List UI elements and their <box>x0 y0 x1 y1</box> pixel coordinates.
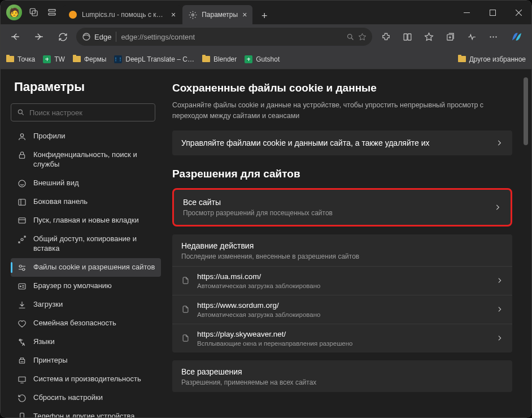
search-settings-input[interactable] <box>11 103 155 121</box>
sidebar-item-label: Конфиденциальность, поиск и службы <box>33 150 155 169</box>
svg-line-11 <box>351 38 353 40</box>
settings-main: Сохраненные файлы cookie и данные Сохран… <box>164 69 531 417</box>
sidebar-item[interactable]: Языки <box>11 333 161 351</box>
nav-icon <box>18 301 27 310</box>
manage-cookies-row[interactable]: Управляйте файлами cookie и данными сайт… <box>172 130 512 155</box>
favorite-icon[interactable] <box>358 33 367 41</box>
scrollbar[interactable] <box>524 77 528 145</box>
bookmark-item[interactable]: ⋮⋮DeepL Translate – C… <box>114 55 194 63</box>
site-status: Всплывающие окна и перенаправления разре… <box>197 340 489 347</box>
sheet-icon <box>43 55 51 63</box>
svg-line-21 <box>21 113 23 115</box>
sidebar-item[interactable]: Общий доступ, копирование и вставка <box>11 230 161 258</box>
collections-icon[interactable] <box>440 27 460 47</box>
nav-icon <box>18 394 27 403</box>
new-tab-button[interactable]: + <box>256 7 273 24</box>
chevron-right-icon <box>496 306 503 313</box>
svg-point-19 <box>495 36 496 37</box>
address-url: edge://settings/content <box>121 33 342 41</box>
refresh-button[interactable] <box>53 27 73 47</box>
tab-settings[interactable]: Параметры × <box>182 5 252 24</box>
svg-point-4 <box>191 14 194 16</box>
nav-icon <box>18 216 27 225</box>
close-icon[interactable]: × <box>242 10 247 19</box>
nav-icon <box>18 338 27 347</box>
minimize-button[interactable] <box>453 2 479 23</box>
sidebar-item-label: Загрузки <box>33 300 63 310</box>
nav-icon <box>18 412 27 417</box>
copilot-button[interactable] <box>507 27 527 47</box>
workspaces-icon[interactable] <box>28 6 40 19</box>
bookmarks-bar: Точка TW Фермы ⋮⋮DeepL Translate – C… Bl… <box>1 49 531 69</box>
settings-sidebar: Параметры ПрофилиКонфиденциальность, пои… <box>1 69 164 417</box>
content-area: Параметры ПрофилиКонфиденциальность, пои… <box>1 69 531 417</box>
svg-rect-13 <box>408 33 411 40</box>
nav-icon <box>18 319 27 328</box>
sidebar-item-label: Языки <box>33 337 55 347</box>
sidebar-item[interactable]: Сбросить настройки <box>11 389 161 407</box>
tabs-strip: Lumpics.ru - помощь с компьют × Параметр… <box>63 1 273 24</box>
recent-site-row[interactable]: https://ua.msi.com/Автоматическая загруз… <box>172 266 512 295</box>
sidebar-item[interactable]: Принтеры <box>11 351 161 370</box>
tab-actions-icon[interactable] <box>46 6 58 19</box>
site-url: https://play.skyweaver.net/ <box>197 330 489 338</box>
sidebar-item[interactable]: Боковая панель <box>11 193 161 211</box>
bookmark-item[interactable]: Точка <box>6 55 35 63</box>
svg-rect-41 <box>19 377 25 381</box>
recent-site-row[interactable]: https://www.sordum.org/Автоматическая за… <box>172 295 512 324</box>
all-sites-row[interactable]: Все сайты Просмотр разрешений для посеще… <box>172 188 512 227</box>
sidebar-item[interactable]: Конфиденциальность, поиск и службы <box>11 146 161 174</box>
nav-icon <box>18 235 27 244</box>
split-screen-icon[interactable] <box>397 27 417 47</box>
folder-icon <box>73 56 81 62</box>
svg-point-20 <box>18 110 22 114</box>
profile-avatar[interactable]: 🧑 <box>6 5 22 20</box>
sidebar-item[interactable]: Система и производительность <box>11 370 161 389</box>
back-button[interactable] <box>5 27 25 47</box>
extensions-icon[interactable] <box>376 27 396 47</box>
sidebar-item-label: Боковая панель <box>33 197 88 207</box>
svg-point-37 <box>20 286 21 287</box>
sidebar-item[interactable]: Браузер по умолчанию <box>11 277 161 295</box>
site-url: https://ua.msi.com/ <box>197 272 489 281</box>
svg-rect-43 <box>20 413 24 417</box>
svg-rect-40 <box>19 359 24 363</box>
sidebar-title: Параметры <box>11 80 161 94</box>
sidebar-item[interactable]: Внешний вид <box>11 174 161 193</box>
address-bar[interactable]: Edge edge://settings/content <box>76 28 372 46</box>
nav-icon <box>18 132 27 141</box>
tab-lumpics[interactable]: Lumpics.ru - помощь с компьют × <box>63 5 181 24</box>
forward-button[interactable] <box>29 27 49 47</box>
other-bookmarks[interactable]: Другое избранное <box>458 55 526 63</box>
nav-icon <box>18 282 27 291</box>
group-title: Все разрешения <box>181 367 503 376</box>
sidebar-item[interactable]: Пуск, главная и новые вкладки <box>11 211 161 230</box>
bookmark-item[interactable]: TW <box>43 55 65 63</box>
search-field[interactable] <box>29 108 149 117</box>
group-title: Недавние действия <box>181 241 503 250</box>
search-in-page-icon[interactable] <box>346 33 355 41</box>
site-url: https://www.sordum.org/ <box>197 301 489 310</box>
row-title: Все сайты <box>183 198 494 207</box>
page-icon <box>181 334 190 343</box>
sidebar-item[interactable]: Файлы cookie и разрешения сайтов <box>11 258 161 277</box>
sidebar-item-label: Сбросить настройки <box>33 393 103 403</box>
bookmark-item[interactable]: Фермы <box>73 55 106 63</box>
performance-icon[interactable] <box>461 27 482 47</box>
section-title: Разрешения для сайтов <box>172 168 512 180</box>
sidebar-item[interactable]: Телефон и другие устройства <box>11 407 161 417</box>
menu-icon[interactable] <box>483 27 503 47</box>
svg-point-18 <box>492 36 494 37</box>
maximize-button[interactable] <box>479 2 505 23</box>
close-icon[interactable]: × <box>171 10 176 19</box>
close-window-button[interactable] <box>505 2 531 23</box>
sidebar-item[interactable]: Профили <box>11 127 161 146</box>
favorites-icon[interactable] <box>418 27 439 47</box>
sidebar-item[interactable]: Загрузки <box>11 295 161 314</box>
chevron-right-icon <box>495 139 503 147</box>
favicon-icon <box>68 10 77 19</box>
sidebar-item[interactable]: Семейная безопасность <box>11 314 161 333</box>
recent-site-row[interactable]: https://play.skyweaver.net/Всплывающие о… <box>172 324 512 352</box>
bookmark-item[interactable]: Blender <box>202 55 237 63</box>
bookmark-item[interactable]: Gutshot <box>245 55 280 63</box>
